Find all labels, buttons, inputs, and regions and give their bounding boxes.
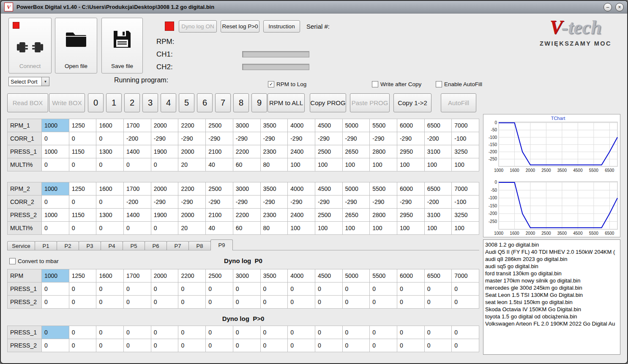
open-file-button[interactable]: Open file: [55, 18, 97, 73]
grid-cell[interactable]: 2100: [206, 145, 233, 158]
grid-cell[interactable]: 2000: [151, 119, 178, 132]
grid-cell[interactable]: 3000: [233, 269, 260, 283]
grid-cell[interactable]: 0: [206, 326, 233, 339]
grid-cell[interactable]: -290: [370, 132, 397, 145]
grid-cell[interactable]: 6500: [424, 269, 452, 283]
grid-cell[interactable]: 0: [288, 283, 315, 296]
close-button[interactable]: ×: [615, 3, 624, 11]
grid-cell[interactable]: 0: [69, 326, 96, 339]
grid-cell[interactable]: 0: [452, 296, 479, 309]
tab-p5[interactable]: P5: [123, 241, 145, 250]
grid-cell[interactable]: 6000: [397, 119, 424, 132]
grid-cell[interactable]: -290: [151, 132, 178, 145]
grid-cell[interactable]: 0: [124, 222, 151, 235]
tab-service[interactable]: Service: [7, 241, 35, 250]
grid-cell[interactable]: 0: [370, 283, 397, 296]
file-list-item[interactable]: Volkswagen Arteon FL 2.0 190KM 2022 Go D…: [485, 320, 618, 327]
grid-cell[interactable]: 1600: [96, 182, 124, 196]
grid-cell[interactable]: -290: [288, 132, 315, 145]
grid-cell[interactable]: 100: [452, 222, 479, 235]
file-list[interactable]: 3008 1.2 go digital.binAudi Q5 II (FY FL…: [483, 239, 620, 355]
grid-cell[interactable]: -290: [178, 196, 206, 209]
digit-button-4[interactable]: 4: [161, 93, 176, 112]
grid-cell[interactable]: 0: [370, 296, 397, 309]
save-file-button[interactable]: Save file: [101, 18, 143, 73]
grid-cell[interactable]: 0: [260, 326, 288, 339]
grid-cell[interactable]: 1000: [42, 119, 69, 132]
grid-cell[interactable]: 0: [178, 283, 206, 296]
grid-cell[interactable]: 0: [124, 296, 151, 309]
grid-cell[interactable]: 5000: [342, 182, 370, 196]
grid-cell[interactable]: 0: [124, 339, 151, 352]
grid-cell[interactable]: 2400: [288, 145, 315, 158]
grid-cell[interactable]: 60: [233, 158, 260, 171]
grid-cell[interactable]: 2500: [206, 182, 233, 196]
grid-cell[interactable]: 40: [206, 158, 233, 171]
grid-cell[interactable]: 2000: [151, 182, 178, 196]
file-list-item[interactable]: mercedes gle 300d 245km go digital.bin: [485, 284, 618, 291]
grid-cell[interactable]: 2500: [315, 145, 342, 158]
grid-cell[interactable]: 3500: [260, 119, 288, 132]
digit-button-1[interactable]: 1: [106, 93, 122, 112]
digit-button-3[interactable]: 3: [142, 93, 158, 112]
grid-cell[interactable]: 2200: [233, 209, 260, 222]
grid-cell[interactable]: 0: [42, 222, 69, 235]
select-port-dropdown[interactable]: Select Port ▼: [8, 77, 49, 86]
grid-cell[interactable]: 0: [96, 326, 124, 339]
grid-cell[interactable]: -290: [315, 196, 342, 209]
grid-cell[interactable]: 2500: [206, 269, 233, 283]
grid-cell[interactable]: 1900: [151, 209, 178, 222]
write-after-copy-checkbox-box[interactable]: [372, 81, 378, 87]
grid-cell[interactable]: -290: [315, 132, 342, 145]
grid-cell[interactable]: -290: [288, 196, 315, 209]
grid-cell[interactable]: 100: [288, 222, 315, 235]
grid-cell[interactable]: -290: [206, 132, 233, 145]
grid-cell[interactable]: 0: [69, 283, 96, 296]
digit-button-8[interactable]: 8: [233, 93, 249, 112]
grid-cell[interactable]: 0: [370, 326, 397, 339]
grid-cell[interactable]: 2000: [178, 145, 206, 158]
grid-cell[interactable]: 2500: [206, 119, 233, 132]
tab-p7[interactable]: P7: [167, 241, 189, 250]
grid-cell[interactable]: 20: [178, 222, 206, 235]
grid-cell[interactable]: 3250: [452, 145, 479, 158]
grid-cell[interactable]: 100: [315, 158, 342, 171]
grid-cell[interactable]: 40: [206, 222, 233, 235]
grid-cell[interactable]: 5500: [370, 269, 397, 283]
grid-cell[interactable]: 0: [96, 158, 124, 171]
digit-button-7[interactable]: 7: [215, 93, 231, 112]
grid-cell[interactable]: 0: [151, 296, 178, 309]
grid-cell[interactable]: 2000: [151, 269, 178, 283]
grid-cell[interactable]: 0: [397, 283, 424, 296]
grid-cell[interactable]: 2500: [315, 209, 342, 222]
grid-cell[interactable]: 1250: [69, 269, 96, 283]
digit-button-6[interactable]: 6: [197, 93, 213, 112]
grid-cell[interactable]: 0: [42, 296, 69, 309]
grid-cell[interactable]: 2800: [370, 145, 397, 158]
grid-cell[interactable]: 100: [342, 158, 370, 171]
grid-cell[interactable]: 0: [69, 296, 96, 309]
grid-cell[interactable]: 1000: [42, 145, 69, 158]
file-list-item[interactable]: master 170km nowy silnik go digital.bin: [485, 277, 618, 284]
write-box-button[interactable]: Write BOX: [49, 93, 85, 112]
reset-log-button[interactable]: Reset log P>0: [221, 20, 259, 33]
grid-cell[interactable]: 0: [69, 196, 96, 209]
file-list-item[interactable]: Seat Leon 1.5 TSI 130KM Go Digital.bin: [485, 291, 618, 299]
grid-cell[interactable]: 2950: [397, 209, 424, 222]
grid-cell[interactable]: 0: [397, 296, 424, 309]
grid-cell[interactable]: 100: [452, 158, 479, 171]
file-list-item[interactable]: Audi Q5 II (FY FL) 40 TDI MHEV 2.0 150kW…: [485, 248, 618, 255]
grid-cell[interactable]: 100: [424, 158, 452, 171]
grid-cell[interactable]: 1400: [124, 145, 151, 158]
grid-cell[interactable]: 1150: [69, 209, 96, 222]
grid-cell[interactable]: 0: [315, 296, 342, 309]
grid-cell[interactable]: -290: [151, 196, 178, 209]
grid-cell[interactable]: 5500: [370, 182, 397, 196]
grid-cell[interactable]: 0: [96, 132, 124, 145]
grid-cell[interactable]: -290: [260, 196, 288, 209]
grid-cell[interactable]: 2000: [178, 209, 206, 222]
grid-cell[interactable]: 0: [315, 283, 342, 296]
grid-cell[interactable]: 3250: [452, 209, 479, 222]
tab-p9[interactable]: P9: [210, 239, 233, 250]
tab-p6[interactable]: P6: [145, 241, 167, 250]
